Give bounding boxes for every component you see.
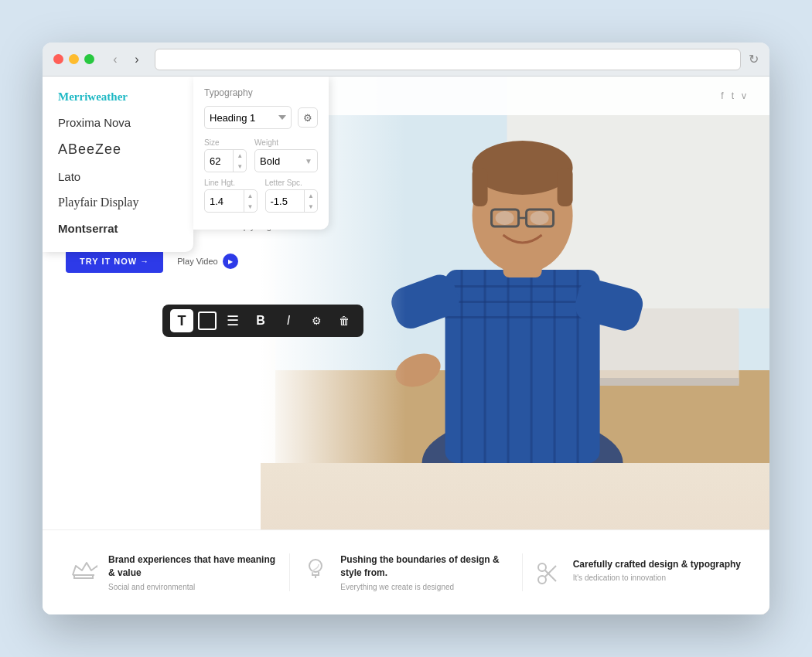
feature-title-3: Carefully crafted design & typography: [573, 558, 741, 571]
size-field: ▲ ▼: [204, 149, 247, 172]
svg-point-32: [538, 563, 546, 571]
letter-spacing-input[interactable]: [266, 196, 305, 207]
feature-desc-1: Social and environmental: [108, 583, 278, 591]
facebook-icon[interactable]: f: [721, 90, 723, 101]
feature-title-2: Pushing the boundaries of design & style…: [340, 553, 510, 580]
line-height-letter-spacing-row: Line Hgt. ▲ ▼ Letter Spc. ▲: [204, 179, 318, 213]
toolbar-italic-button[interactable]: I: [277, 309, 300, 332]
size-up[interactable]: ▲: [234, 150, 246, 161]
line-height-label: Line Hgt.: [204, 179, 258, 187]
line-height-field: ▲ ▼: [204, 189, 258, 213]
feature-desc-2: Everything we create is designed: [340, 583, 510, 591]
scissors-icon: [534, 560, 562, 587]
svg-rect-12: [507, 270, 509, 463]
letter-spacing-control: Letter Spc. ▲ ▼: [265, 179, 319, 213]
line-height-up[interactable]: ▲: [244, 190, 257, 201]
address-bar[interactable]: [155, 49, 741, 70]
feature-title-1: Brand experiences that have meaning & va…: [108, 553, 278, 580]
svg-point-24: [495, 211, 513, 225]
nav-arrows: ‹ ›: [107, 51, 145, 68]
features-section: Brand experiences that have meaning & va…: [43, 529, 769, 614]
svg-point-31: [538, 576, 546, 584]
svg-rect-13: [530, 270, 532, 463]
traffic-lights: [53, 54, 94, 64]
line-height-down[interactable]: ▼: [244, 201, 257, 212]
typography-gear-button[interactable]: ⚙: [298, 107, 318, 128]
social-links: f t v: [721, 90, 746, 101]
toolbar-box-button[interactable]: [198, 311, 217, 330]
font-item-merriweather[interactable]: Merriweather: [43, 84, 193, 110]
weight-field: Bold Regular Light Black ▼: [254, 149, 318, 172]
svg-rect-4: [599, 378, 739, 386]
svg-rect-19: [472, 168, 487, 206]
weight-chevron-icon: ▼: [300, 157, 317, 165]
font-item-lato[interactable]: Lato: [43, 164, 193, 189]
browser-content: HOME ABOUT PRICING CONTACT f t v Strengt…: [43, 77, 769, 614]
font-item-playfair-display[interactable]: Playfair Display: [43, 189, 193, 216]
back-arrow[interactable]: ‹: [107, 51, 124, 68]
svg-rect-10: [460, 270, 462, 463]
browser-titlebar: ‹ › ↻: [43, 43, 769, 77]
letter-spacing-field: ▲ ▼: [265, 189, 319, 213]
play-video-button[interactable]: Play Video ▶: [177, 254, 237, 269]
toolbar-text-button[interactable]: T: [170, 309, 193, 332]
toolbar-settings-button[interactable]: ⚙: [305, 309, 328, 332]
letter-spacing-up[interactable]: ▲: [305, 190, 317, 201]
typography-panel: Typography Heading 1 Heading 2 Heading 3…: [193, 77, 329, 230]
size-label: Size: [204, 138, 247, 147]
editor-toolbar: T ☰ B I ⚙ 🗑: [162, 305, 363, 337]
weight-select[interactable]: Bold Regular Light Black: [255, 155, 300, 167]
browser-window: ‹ › ↻: [43, 43, 769, 614]
font-item-proxima-nova[interactable]: Proxima Nova: [43, 110, 193, 135]
bulb-icon: [302, 555, 329, 583]
font-panel: Merriweather Proxima Nova ABeeZee Lato P…: [43, 77, 193, 252]
hero-actions: TRY IT NOW → Play Video ▶: [66, 250, 288, 273]
size-down[interactable]: ▼: [234, 161, 246, 172]
weight-control: Weight Bold Regular Light Black ▼: [254, 138, 318, 172]
play-circle-icon: ▶: [223, 254, 238, 269]
maximize-button[interactable]: [84, 54, 94, 64]
minimize-button[interactable]: [69, 54, 79, 64]
heading-select[interactable]: Heading 1 Heading 2 Heading 3 Body: [204, 106, 292, 129]
forward-arrow[interactable]: ›: [128, 51, 145, 68]
feature-item-2: Pushing the boundaries of design & style…: [290, 553, 522, 591]
feature-text-2: Pushing the boundaries of design & style…: [340, 553, 510, 591]
feature-text-1: Brand experiences that have meaning & va…: [108, 553, 278, 591]
svg-rect-20: [557, 168, 572, 206]
heading-row: Heading 1 Heading 2 Heading 3 Body ⚙: [204, 106, 318, 129]
feature-item-3: Carefully crafted design & typography It…: [523, 558, 754, 587]
letter-spacing-down[interactable]: ▼: [305, 201, 317, 212]
refresh-button[interactable]: ↻: [749, 52, 759, 66]
feature-item-1: Brand experiences that have meaning & va…: [58, 553, 290, 591]
line-height-spinners: ▲ ▼: [244, 190, 257, 212]
line-height-input[interactable]: [205, 196, 244, 207]
svg-rect-11: [483, 270, 486, 463]
size-control: Size ▲ ▼: [204, 138, 247, 172]
size-weight-row: Size ▲ ▼ Weight Bold Regular: [204, 138, 318, 172]
close-button[interactable]: [53, 54, 63, 64]
svg-point-25: [530, 211, 548, 225]
crown-icon: [70, 555, 97, 583]
try-it-now-button[interactable]: TRY IT NOW →: [66, 250, 163, 273]
letter-spacing-spinners: ▲ ▼: [304, 190, 317, 212]
play-video-label: Play Video: [177, 257, 217, 266]
toolbar-delete-button[interactable]: 🗑: [333, 309, 356, 332]
font-list: Merriweather Proxima Nova ABeeZee Lato P…: [43, 84, 193, 241]
typography-panel-title: Typography: [204, 87, 318, 98]
twitter-icon[interactable]: t: [732, 90, 734, 101]
weight-label: Weight: [254, 138, 318, 147]
toolbar-align-button[interactable]: ☰: [221, 309, 244, 332]
font-item-abeezee[interactable]: ABeeZee: [43, 135, 193, 164]
feature-desc-3: It's dedication to innovation: [573, 574, 741, 582]
toolbar-bold-button[interactable]: B: [249, 309, 272, 332]
font-item-montserrat[interactable]: Montserrat: [43, 216, 193, 241]
size-spinners: ▲ ▼: [233, 150, 246, 172]
svg-point-29: [309, 560, 322, 572]
letter-spacing-label: Letter Spc.: [265, 179, 319, 187]
vimeo-icon[interactable]: v: [742, 90, 746, 101]
feature-text-3: Carefully crafted design & typography It…: [573, 558, 741, 583]
size-input[interactable]: [205, 155, 233, 167]
svg-rect-14: [553, 270, 555, 463]
line-height-control: Line Hgt. ▲ ▼: [204, 179, 258, 213]
